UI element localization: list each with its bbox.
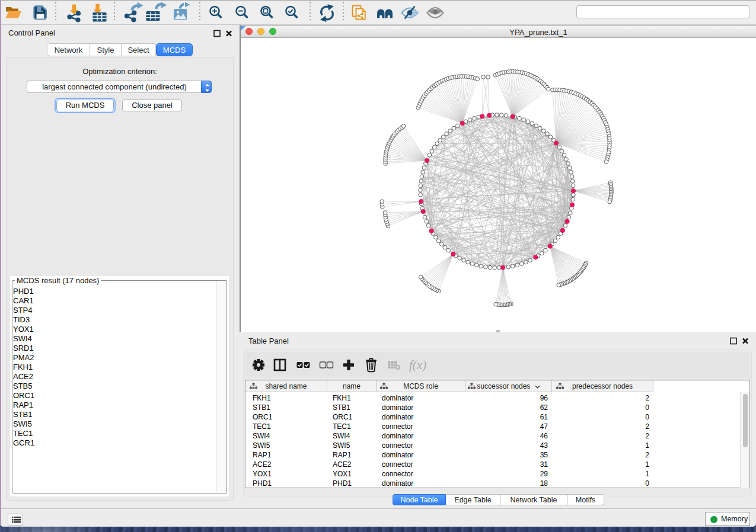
svg-text:f(x): f(x) [409, 358, 426, 372]
